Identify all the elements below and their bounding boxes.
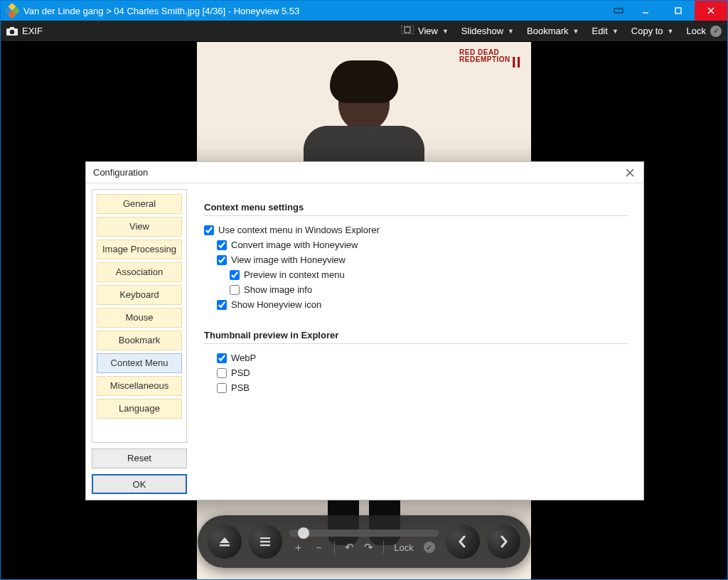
svg-rect-13 [405, 27, 410, 33]
chevron-down-icon: ▼ [508, 28, 514, 35]
nav-item-language[interactable]: Language [97, 399, 182, 419]
dialog-nav-list: GeneralViewImage ProcessingAssociationKe… [92, 189, 187, 443]
checkbox-psb[interactable]: PSB [217, 382, 628, 393]
edit-menu[interactable]: Edit▼ [592, 26, 618, 36]
prev-image-button[interactable] [446, 525, 480, 559]
chevron-down-icon: ▼ [612, 28, 619, 35]
window-controls [608, 1, 727, 21]
dialog-nav-column: GeneralViewImage ProcessingAssociationKe… [92, 189, 187, 494]
dialog-titlebar[interactable]: Configuration [86, 162, 643, 183]
window-compact-button[interactable] [608, 1, 629, 21]
checkbox-input[interactable] [204, 225, 214, 235]
svg-rect-6 [675, 8, 681, 14]
checkbox-input[interactable] [230, 270, 240, 280]
checkbox-view-image[interactable]: View image with Honeyview [217, 254, 628, 265]
exif-button[interactable]: EXIF [22, 26, 43, 36]
checkbox-label: WebP [231, 353, 256, 363]
eject-button[interactable] [208, 525, 242, 559]
nav-item-view[interactable]: View [97, 217, 182, 237]
view-label: View [418, 26, 438, 36]
slideshow-menu[interactable]: Slideshow▼ [461, 26, 514, 36]
section-context-menu-settings: Context menu settings [204, 202, 628, 213]
dialog-title: Configuration [93, 167, 623, 178]
window-maximize-button[interactable] [662, 1, 695, 21]
lock-toggle[interactable]: Lock✓ [687, 26, 722, 37]
svg-rect-17 [260, 541, 270, 542]
checkbox-input[interactable] [230, 285, 240, 295]
zoom-slider[interactable] [289, 530, 439, 537]
image-viewer[interactable]: RED DEAD REDEMPTIONII seem to value such… [1, 42, 727, 579]
nav-item-mouse[interactable]: Mouse [97, 308, 182, 328]
rotate-ccw-button[interactable]: ↶ [345, 541, 354, 554]
svg-rect-15 [220, 544, 230, 547]
window-titlebar[interactable]: Van der Linde gang > 04 Charles Smith.jp… [1, 1, 727, 21]
check-circle-icon[interactable]: ✓ [424, 542, 435, 553]
nav-item-association[interactable]: Association [97, 262, 182, 282]
nav-item-miscellaneous[interactable]: Miscellaneous [97, 376, 182, 396]
zoom-in-button[interactable]: ＋ [293, 541, 304, 554]
menu-button[interactable] [249, 525, 283, 559]
window-minimize-button[interactable] [629, 1, 662, 21]
lock-label: Lock [687, 26, 706, 36]
configuration-dialog: Configuration GeneralViewImage Processin… [85, 161, 644, 500]
checkbox-convert-image[interactable]: Convert image with Honeyview [217, 240, 628, 250]
checkbox-label: PSB [231, 382, 250, 393]
chevron-down-icon: ▼ [668, 28, 674, 35]
dialog-close-button[interactable] [623, 166, 636, 179]
view-menu[interactable]: View▼ [401, 26, 449, 36]
svg-rect-18 [260, 544, 270, 546]
check-circle-icon: ✓ [710, 26, 722, 37]
ok-button[interactable]: OK [92, 474, 187, 494]
nav-item-bookmark[interactable]: Bookmark [97, 331, 182, 350]
checkbox-input[interactable] [217, 353, 227, 363]
checkbox-label: Use context menu in Windows Explorer [218, 225, 380, 235]
window-close-button[interactable] [695, 1, 727, 21]
edit-label: Edit [592, 26, 607, 36]
app-window: Van der Linde gang > 04 Charles Smith.jp… [0, 0, 728, 580]
slider-knob[interactable] [298, 527, 309, 539]
separator [334, 541, 335, 554]
rotate-cw-button[interactable]: ↷ [364, 541, 373, 554]
chevron-down-icon: ▼ [442, 28, 449, 35]
bookmark-menu[interactable]: Bookmark▼ [527, 26, 579, 36]
checkbox-input[interactable] [217, 240, 227, 250]
checkbox-psd[interactable]: PSD [217, 367, 628, 378]
nav-item-general[interactable]: General [97, 194, 182, 214]
svg-point-11 [10, 29, 14, 33]
checkbox-input[interactable] [217, 383, 227, 393]
zoom-out-button[interactable]: － [314, 541, 324, 554]
reset-button[interactable]: Reset [92, 449, 187, 468]
slideshow-label: Slideshow [461, 26, 503, 36]
nav-item-context-menu[interactable]: Context Menu [97, 353, 182, 373]
app-toolbar: EXIF View▼ Slideshow▼ Bookmark▼ Edit▼ Co… [1, 21, 727, 42]
checkbox-label: Show Honeyview icon [231, 299, 321, 310]
checkbox-input[interactable] [217, 300, 227, 310]
checkbox-show-image-info[interactable]: Show image info [230, 284, 628, 295]
rdr2-logo: RED DEAD REDEMPTIONII [459, 49, 521, 69]
section-thumbnail-preview: Thumbnail preview in Explorer [204, 330, 628, 340]
nav-item-image-processing[interactable]: Image Processing [97, 240, 182, 259]
chevron-down-icon: ▼ [573, 28, 579, 35]
checkbox-use-context-menu[interactable]: Use context menu in Windows Explorer [204, 225, 628, 235]
next-image-button[interactable] [487, 525, 521, 559]
bookmark-label: Bookmark [527, 26, 569, 36]
viewer-control-bar: ＋ － ↶ ↷ Lock ✓ [198, 515, 530, 568]
copyto-menu[interactable]: Copy to▼ [631, 26, 674, 36]
checkbox-label: Show image info [244, 284, 312, 295]
nav-item-keyboard[interactable]: Keyboard [97, 285, 182, 305]
checkbox-preview-in-menu[interactable]: Preview in context menu [230, 269, 628, 280]
checkbox-input[interactable] [217, 368, 227, 378]
dialog-content: Context menu settings Use context menu i… [194, 189, 638, 494]
svg-rect-10 [10, 27, 14, 29]
lock-label-small: Lock [394, 542, 413, 553]
svg-rect-16 [260, 537, 270, 539]
separator [383, 541, 384, 554]
checkbox-show-honeyview-icon[interactable]: Show Honeyview icon [217, 299, 628, 310]
checkbox-label: PSD [231, 367, 250, 378]
honeyview-appicon [5, 4, 19, 18]
checkbox-webp[interactable]: WebP [217, 353, 628, 363]
checkbox-input[interactable] [217, 255, 227, 265]
svg-rect-4 [614, 9, 623, 13]
checkbox-label: View image with Honeyview [231, 254, 346, 265]
checkbox-label: Preview in context menu [244, 269, 345, 280]
